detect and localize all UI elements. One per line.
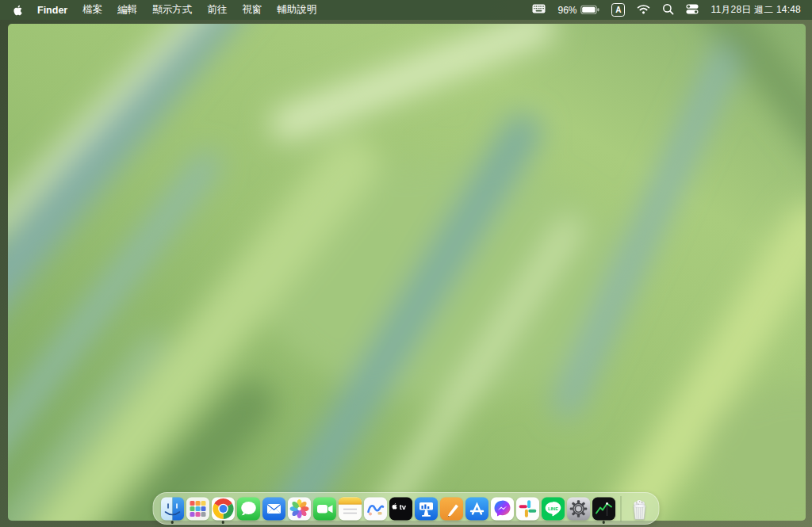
apple-tv-icon: tv (389, 497, 412, 521)
system-settings-icon (566, 497, 590, 521)
line-icon: LINE (541, 497, 565, 521)
search-icon[interactable] (662, 3, 674, 17)
dock-item-mail[interactable] (262, 492, 286, 525)
clock[interactable]: 11月28日 週二 14:48 (710, 3, 801, 17)
notes-icon (338, 497, 362, 521)
desktop-wallpaper (8, 24, 806, 521)
apple-tv-label: tv (399, 502, 406, 510)
dock-item-stocks[interactable] (592, 492, 616, 525)
pages-icon (439, 497, 463, 521)
dock-item-line[interactable]: LINE (541, 492, 565, 525)
apple-menu[interactable] (11, 4, 22, 17)
menu-item-file[interactable]: 檔案 (82, 3, 102, 17)
app-store-icon (465, 497, 488, 521)
dock-item-apple-tv[interactable]: tv (389, 492, 413, 525)
dock-item-launchpad[interactable] (186, 492, 210, 525)
running-indicator (602, 521, 605, 524)
keynote-icon (414, 497, 438, 521)
finder-icon (160, 497, 184, 521)
dock-item-app-store[interactable] (465, 492, 489, 525)
photos-icon (287, 497, 311, 521)
keyboard-icon[interactable] (532, 4, 546, 16)
running-indicator (221, 521, 224, 524)
mail-icon (262, 497, 285, 521)
launchpad-icon (186, 497, 209, 521)
battery-full-icon (580, 5, 599, 15)
apple-logo-icon (11, 4, 22, 17)
wifi-icon[interactable] (637, 4, 650, 17)
menu-item-edit[interactable]: 編輯 (117, 3, 137, 17)
facetime-icon (312, 497, 336, 521)
dock-item-keynote[interactable] (414, 492, 439, 525)
input-source-menu[interactable]: A (611, 3, 625, 17)
dock-item-trash[interactable] (626, 492, 653, 525)
chrome-icon (211, 497, 235, 521)
dock-separator (621, 496, 622, 521)
dock-item-system-settings[interactable] (566, 492, 591, 525)
dock-item-slack[interactable] (515, 492, 540, 525)
dock-item-freeform[interactable] (363, 492, 388, 525)
dock-item-messages[interactable] (236, 492, 261, 525)
dock-item-messenger[interactable] (490, 492, 515, 525)
battery-percent-label: 96% (557, 5, 576, 16)
dock-item-chrome[interactable] (211, 492, 236, 525)
menu-item-go[interactable]: 前往 (207, 3, 227, 17)
dock-item-facetime[interactable] (312, 492, 337, 525)
dock-item-notes[interactable] (338, 492, 362, 525)
messages-icon (236, 497, 260, 521)
menu-bar: Finder 檔案 編輯 顯示方式 前往 視窗 輔助說明 9 (0, 0, 812, 20)
menu-item-window[interactable]: 視窗 (242, 3, 262, 17)
menu-bar-status: 96% A (532, 3, 801, 17)
menu-item-help[interactable]: 輔助說明 (277, 3, 316, 17)
menu-item-finder[interactable]: Finder (37, 5, 67, 16)
dock: tv (153, 492, 660, 525)
slack-icon (515, 497, 539, 521)
trash-full-icon (627, 497, 651, 521)
dock-item-pages[interactable] (439, 492, 464, 525)
stocks-icon (592, 497, 615, 521)
messenger-icon (490, 497, 514, 521)
dock-item-photos[interactable] (287, 492, 312, 525)
menu-item-view[interactable]: 顯示方式 (152, 3, 192, 17)
dock-item-finder[interactable] (160, 492, 185, 525)
menu-bar-left: Finder 檔案 編輯 顯示方式 前往 視窗 輔助說明 (11, 3, 316, 17)
running-indicator (170, 521, 174, 524)
line-label: LINE (548, 506, 558, 510)
freeform-icon (363, 497, 387, 521)
grass-wallpaper-image (8, 24, 806, 521)
battery-status[interactable]: 96% (557, 5, 599, 16)
control-center-icon[interactable] (686, 4, 699, 17)
